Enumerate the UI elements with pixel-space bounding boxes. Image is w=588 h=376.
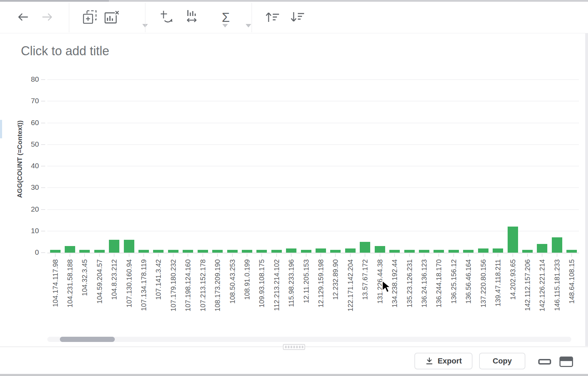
bar[interactable] [330, 250, 341, 253]
bar[interactable] [198, 250, 208, 253]
add-chart-button[interactable] [79, 7, 101, 28]
x-tick-mark [453, 254, 454, 257]
bar[interactable] [124, 240, 134, 253]
bar[interactable] [522, 250, 533, 253]
aggregate-button[interactable]: Σ [218, 7, 239, 28]
bar[interactable] [360, 242, 370, 253]
bar[interactable] [256, 250, 267, 253]
y-gridline [47, 101, 579, 101]
x-tick-label: 142.112.157.206 [524, 259, 531, 311]
x-tick-mark [143, 254, 144, 257]
bar[interactable] [65, 246, 75, 253]
bar[interactable] [242, 250, 252, 253]
chart-title-placeholder[interactable]: Click to add title [21, 44, 109, 58]
back-button[interactable] [12, 7, 33, 28]
x-tick-label: 104.59.204.57 [96, 259, 103, 304]
y-gridline [47, 123, 579, 123]
toolbar-divider [145, 3, 145, 32]
x-tick-mark [542, 254, 542, 257]
swap-axes-button[interactable] [156, 7, 177, 28]
sort-descending-icon [289, 10, 306, 25]
y-gridline [47, 187, 579, 188]
bar[interactable] [537, 244, 547, 253]
x-tick-mark [483, 254, 484, 257]
y-gridline [47, 166, 579, 166]
x-tick-mark [306, 254, 307, 257]
toolbar-divider [252, 3, 252, 32]
bar[interactable] [212, 250, 223, 253]
bar[interactable] [301, 250, 311, 253]
sort-ascending-button[interactable] [262, 7, 283, 28]
bar[interactable] [552, 237, 562, 253]
bar[interactable] [566, 250, 577, 253]
x-tick-mark [350, 254, 351, 257]
x-tick-label: 12.11.205.153 [302, 259, 310, 303]
bar[interactable] [138, 250, 149, 253]
bar[interactable] [434, 250, 444, 253]
y-tick-label: 30 [11, 183, 39, 191]
y-tick-mark [41, 187, 45, 188]
x-tick-mark [247, 254, 247, 257]
x-tick-label: 107.134.178.119 [140, 259, 148, 311]
forward-button[interactable] [37, 7, 58, 28]
x-tick-mark [276, 254, 277, 257]
x-tick-mark [335, 254, 336, 257]
add-chart-icon [82, 9, 98, 26]
bar[interactable] [478, 248, 488, 253]
x-tick-mark [99, 254, 100, 257]
bar[interactable] [448, 250, 459, 253]
x-tick-label: 12.232.89.90 [332, 259, 339, 300]
expand-panel-icon[interactable] [559, 357, 573, 367]
x-tick-label: 107.141.3.42 [154, 259, 162, 300]
remove-chart-icon [103, 9, 121, 26]
horizontal-scrollbar-thumb[interactable] [60, 337, 115, 342]
x-tick-mark [217, 254, 218, 257]
bar[interactable] [316, 248, 326, 253]
bar[interactable] [94, 250, 105, 253]
sort-descending-button[interactable] [287, 7, 308, 28]
chart-toolbar: Σ [0, 2, 588, 33]
bar[interactable] [419, 250, 429, 253]
bar[interactable] [463, 250, 474, 253]
bar[interactable] [375, 246, 385, 253]
x-tick-label: 107.179.180.232 [169, 259, 177, 311]
x-tick-label: 108.50.43.253 [229, 259, 236, 304]
x-tick-mark [380, 254, 380, 257]
bar[interactable] [227, 250, 238, 253]
x-tick-label: 109.93.108.175 [258, 259, 265, 308]
bar[interactable] [389, 250, 400, 253]
bar[interactable] [286, 248, 296, 253]
bar[interactable] [404, 250, 415, 253]
bar[interactable] [493, 248, 503, 253]
y-gridline [47, 209, 579, 210]
remove-chart-button[interactable] [104, 7, 126, 28]
panel-resize-handle[interactable] [283, 344, 305, 350]
y-tick-mark [41, 144, 45, 145]
bar[interactable] [168, 250, 178, 253]
horizontal-scrollbar-track[interactable] [47, 337, 571, 342]
bar-width-button[interactable] [184, 7, 206, 28]
y-tick-mark [41, 166, 45, 166]
bar[interactable] [50, 250, 61, 253]
bar[interactable] [508, 227, 518, 253]
x-tick-label: 136.244.18.170 [435, 259, 443, 308]
x-tick-mark [173, 254, 174, 257]
bar[interactable] [183, 250, 193, 253]
x-tick-mark [424, 254, 424, 257]
chart-editor-window: Σ Click to add title AGG(COUNT (=Cont [0, 0, 588, 376]
vertical-scrollbar-track[interactable] [585, 33, 588, 346]
bar[interactable] [271, 250, 282, 253]
export-button[interactable]: Export [414, 353, 472, 369]
bar[interactable] [345, 248, 356, 253]
bar[interactable] [153, 250, 164, 253]
x-tick-mark [84, 254, 85, 257]
copy-button[interactable]: Copy [479, 353, 525, 369]
x-tick-label: 122.171.142.204 [347, 259, 354, 311]
bar[interactable] [79, 250, 90, 253]
collapse-panel-icon[interactable] [538, 359, 551, 365]
x-tick-mark [261, 254, 262, 257]
bar[interactable] [109, 240, 119, 253]
y-gridline [47, 231, 579, 231]
x-tick-mark [188, 254, 188, 257]
x-tick-label: 14.202.93.65 [509, 259, 517, 300]
